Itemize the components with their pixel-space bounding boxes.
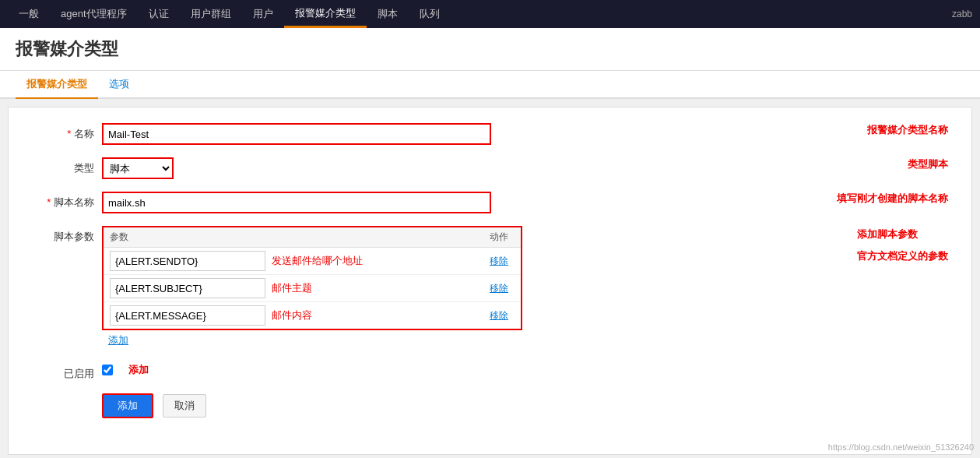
- param-input-2[interactable]: [110, 278, 265, 298]
- param-input-1[interactable]: [110, 251, 265, 271]
- tab-media-type[interactable]: 报警媒介类型: [16, 71, 98, 99]
- enabled-annotation: 添加: [128, 363, 149, 377]
- script-name-input[interactable]: [102, 192, 491, 213]
- params-header-param: 参数: [110, 231, 483, 244]
- param-remove-2[interactable]: 移除: [483, 282, 515, 295]
- main-content: 名称 报警媒介类型名称 类型 脚本 Email SMS Jabber Ez Te…: [8, 107, 972, 455]
- script-name-annotation: 填写刚才创建的脚本名称: [837, 192, 948, 206]
- nav-item-auth[interactable]: 认证: [138, 0, 180, 28]
- buttons-field: 添加 取消: [102, 393, 948, 418]
- param-remove-1[interactable]: 移除: [483, 255, 515, 268]
- action-buttons-row: 添加 取消: [32, 393, 948, 418]
- top-navigation: 一般 agent代理程序 认证 用户群组 用户 报警媒介类型 脚本 队列 zab…: [0, 0, 980, 28]
- script-params-label: 脚本参数: [32, 226, 102, 244]
- enabled-field: 添加: [102, 363, 948, 377]
- script-name-label: 脚本名称: [32, 192, 102, 210]
- type-select[interactable]: 脚本 Email SMS Jabber Ez Texting: [102, 157, 174, 179]
- watermark: https://blog.csdn.net/weixin_51326240: [828, 442, 974, 452]
- nav-item-mediatype[interactable]: 报警媒介类型: [284, 0, 367, 28]
- nav-item-queue[interactable]: 队列: [409, 0, 451, 28]
- param-row-2: 邮件主题 移除: [104, 275, 521, 302]
- type-label: 类型: [32, 157, 102, 175]
- tab-options[interactable]: 选项: [98, 71, 140, 99]
- nav-item-general[interactable]: 一般: [8, 0, 50, 28]
- param-remove-3[interactable]: 移除: [483, 309, 515, 322]
- params-annotation-1: 添加脚本参数: [857, 226, 918, 241]
- nav-item-scripts[interactable]: 脚本: [367, 0, 409, 28]
- sub-tabs: 报警媒介类型 选项: [0, 71, 980, 99]
- nav-items: 一般 agent代理程序 认证 用户群组 用户 报警媒介类型 脚本 队列: [8, 0, 451, 28]
- script-params-row: 脚本参数 参数 动作 发送邮件给哪个地址 移除 邮件主题 移除: [32, 226, 948, 351]
- name-row: 名称 报警媒介类型名称: [32, 123, 948, 145]
- brand-label: zabb: [952, 9, 972, 19]
- name-field: [102, 123, 859, 145]
- params-annotation-2: 官方文档定义的参数: [857, 248, 948, 263]
- type-annotation: 类型脚本: [908, 157, 948, 171]
- type-row: 类型 脚本 Email SMS Jabber Ez Texting 类型脚本: [32, 157, 948, 179]
- params-header: 参数 动作: [104, 227, 521, 248]
- type-field: 脚本 Email SMS Jabber Ez Texting: [102, 157, 900, 179]
- buttons-spacer: [32, 393, 102, 397]
- param-desc-3: 邮件内容: [272, 308, 483, 322]
- script-name-row: 脚本名称 填写刚才创建的脚本名称: [32, 192, 948, 213]
- add-param-link[interactable]: 添加: [102, 330, 135, 351]
- cancel-button[interactable]: 取消: [163, 394, 206, 417]
- script-name-field: [102, 192, 829, 213]
- enabled-checkbox[interactable]: [102, 365, 113, 375]
- param-desc-2: 邮件主题: [272, 281, 483, 295]
- params-annotations: 添加脚本参数 官方文档定义的参数: [841, 226, 948, 263]
- param-desc-1: 发送邮件给哪个地址: [272, 254, 483, 268]
- param-row-3: 邮件内容 移除: [104, 302, 521, 329]
- name-annotation: 报警媒介类型名称: [867, 123, 948, 137]
- nav-item-users[interactable]: 用户: [242, 0, 284, 28]
- nav-item-usergroups[interactable]: 用户群组: [180, 0, 242, 28]
- param-row-1: 发送邮件给哪个地址 移除: [104, 248, 521, 275]
- enabled-label: 已启用: [32, 363, 102, 381]
- params-container: 参数 动作 发送邮件给哪个地址 移除 邮件主题 移除: [102, 226, 522, 330]
- param-input-3[interactable]: [110, 305, 265, 326]
- script-params-field: 参数 动作 发送邮件给哪个地址 移除 邮件主题 移除: [102, 226, 826, 351]
- page-header: 报警媒介类型: [0, 28, 980, 71]
- name-label: 名称: [32, 123, 102, 141]
- enabled-row: 已启用 添加: [32, 363, 948, 381]
- nav-item-agent[interactable]: agent代理程序: [50, 0, 138, 28]
- page-title: 报警媒介类型: [16, 37, 964, 61]
- name-input[interactable]: [102, 123, 491, 145]
- params-header-action: 动作: [483, 231, 515, 244]
- submit-button[interactable]: 添加: [102, 393, 153, 418]
